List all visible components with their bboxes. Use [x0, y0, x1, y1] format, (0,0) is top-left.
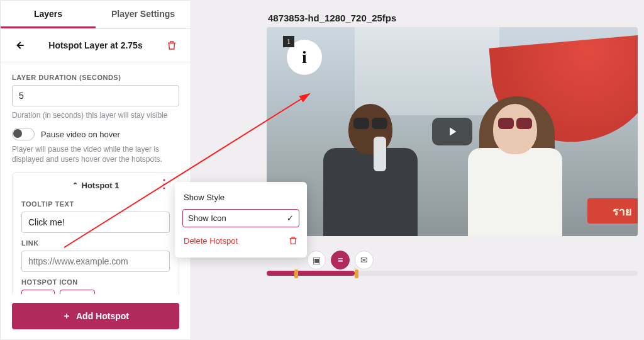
hotspot-icon-label: HOTSPOT ICON — [21, 278, 170, 286]
layer-body: LAYER DURATION (SECONDS) Duration (in se… — [1, 62, 191, 294]
menu-delete-hotspot[interactable]: Delete Hotspot — [182, 231, 299, 250]
timeline[interactable]: ▣ ≡ ✉ — [267, 254, 638, 280]
layer-chip-text-icon[interactable]: ≡ — [331, 251, 350, 269]
pause-on-hover-label: Pause video on hover — [41, 130, 120, 139]
layer-chip-hotspot-icon[interactable]: ✉ — [355, 251, 374, 269]
menu-delete-label: Delete Hotspot — [184, 236, 238, 246]
duration-help: Duration (in seconds) this layer will st… — [12, 110, 179, 120]
back-arrow-icon[interactable] — [12, 38, 27, 53]
menu-show-style[interactable]: Show Style — [182, 188, 299, 207]
link-input[interactable] — [21, 251, 170, 272]
layer-header: Hotspot Layer at 2.75s — [1, 29, 191, 62]
hotspot-icon-reset[interactable]: Reset — [60, 290, 95, 294]
time-label: Time: 2.75 — [268, 241, 638, 251]
hotspot-title: Hotspot 1 — [82, 181, 119, 190]
layer-chip-image-icon[interactable]: ▣ — [307, 251, 326, 269]
menu-show-icon-label: Show Icon — [188, 213, 226, 223]
timeline-marker[interactable] — [355, 269, 358, 278]
video-player[interactable]: ราย i 1 — [267, 27, 638, 236]
hotspot-icon-name: info — [35, 293, 48, 294]
street-sign: ราย — [587, 198, 638, 224]
layer-title: Hotspot Layer at 2.75s — [27, 40, 164, 50]
timeline-marker[interactable] — [294, 269, 298, 278]
menu-show-icon[interactable]: Show Icon ✓ — [182, 209, 299, 227]
tab-layers[interactable]: Layers — [1, 1, 96, 28]
pause-help: Player will pause the video while the la… — [12, 144, 179, 164]
duration-input[interactable] — [12, 85, 179, 106]
check-icon: ✓ — [287, 213, 294, 223]
plus-icon: ＋ — [62, 310, 71, 322]
hotspot-badge: 1 — [283, 36, 294, 47]
chevron-up-icon[interactable]: ⌃ — [72, 181, 78, 190]
video-title: 4873853-hd_1280_720_25fps — [268, 13, 638, 23]
info-icon: i — [28, 293, 31, 294]
menu-show-style-label: Show Style — [184, 193, 225, 202]
hotspot-icon-picker[interactable]: i info — [21, 290, 55, 294]
hotspot-more-icon[interactable]: ⋮ — [158, 179, 170, 188]
play-button[interactable] — [432, 118, 472, 145]
hotspot-overlay[interactable]: i 1 — [287, 40, 322, 75]
duration-label: LAYER DURATION (SECONDS) — [12, 74, 179, 81]
tooltip-input[interactable] — [21, 212, 170, 233]
hotspot-menu-popover: Show Style Show Icon ✓ Delete Hotspot — [175, 182, 307, 258]
pause-on-hover-toggle[interactable] — [12, 128, 35, 140]
link-label: LINK — [21, 239, 170, 247]
hotspot-info-icon: i — [302, 47, 307, 67]
main-area: 4873853-hd_1280_720_25fps ราย i 1 Time: … — [191, 0, 644, 340]
sidebar: Layers Player Settings Hotspot Layer at … — [0, 0, 191, 340]
delete-layer-icon[interactable] — [164, 38, 179, 53]
hotspot-card: ⌃ Hotspot 1 ⋮ TOOLTIP TEXT LINK HOTSPOT … — [12, 173, 179, 294]
trash-icon — [288, 235, 298, 246]
tooltip-label: TOOLTIP TEXT — [21, 200, 170, 208]
tab-player-settings[interactable]: Player Settings — [96, 1, 191, 28]
timeline-layer-icons: ▣ ≡ ✉ — [307, 251, 374, 269]
tabs: Layers Player Settings — [1, 1, 191, 29]
add-hotspot-label: Add Hotspot — [76, 311, 129, 321]
timeline-fill — [267, 271, 355, 276]
add-hotspot-button[interactable]: ＋ Add Hotspot — [12, 303, 179, 329]
